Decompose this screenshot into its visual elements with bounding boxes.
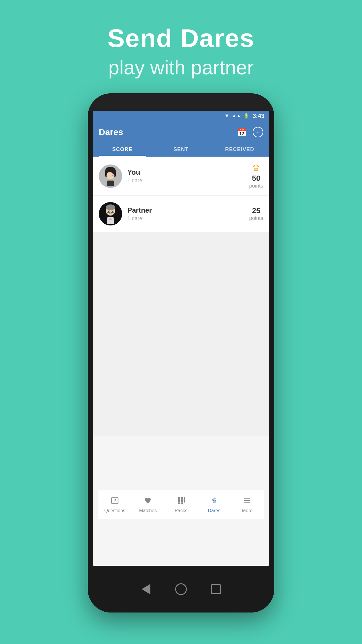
questions-icon: ?: [111, 496, 119, 507]
user-dares-you: 1 dare: [127, 178, 244, 184]
nav-item-packs[interactable]: Packs: [164, 490, 198, 519]
avatar-you: [99, 164, 122, 188]
nav-label-dares: Dares: [208, 508, 220, 513]
phone-device: ▼ ▲▲ 🔋 3:43 Dares 📅 + SCORE SENT RECEIVE…: [88, 93, 274, 612]
nav-item-more[interactable]: More: [231, 490, 264, 519]
page-subtitle: play with partner: [108, 56, 254, 79]
svg-rect-26: [178, 503, 180, 504]
home-button[interactable]: [175, 583, 187, 595]
svg-rect-28: [184, 497, 185, 500]
phone-hardware-nav: [88, 566, 274, 612]
score-points-you: 50: [252, 174, 261, 183]
app-bar-title: Dares: [99, 127, 123, 137]
user-info-partner: Partner 1 dare: [127, 206, 244, 222]
page-title: Send Dares: [108, 23, 254, 53]
nav-label-packs: Packs: [175, 508, 187, 513]
user-name-partner: Partner: [127, 206, 244, 214]
svg-rect-22: [178, 497, 180, 500]
user-info-you: You 1 dare: [127, 168, 244, 184]
more-icon: [243, 496, 251, 507]
user-name-you: You: [127, 168, 244, 176]
phone-screen: ▼ ▲▲ 🔋 3:43 Dares 📅 + SCORE SENT RECEIVE…: [93, 109, 269, 566]
user-dares-partner: 1 dare: [127, 216, 244, 222]
nav-label-matches: Matches: [139, 508, 157, 513]
score-item-you[interactable]: You 1 dare ♛ 50 points: [93, 157, 269, 196]
status-bar: ▼ ▲▲ 🔋 3:43: [93, 109, 269, 122]
packs-icon: [177, 496, 185, 507]
app-bar: Dares 📅 +: [93, 122, 269, 142]
nav-item-questions[interactable]: ? Questions: [98, 490, 131, 519]
svg-rect-29: [184, 500, 185, 503]
status-time: 3:43: [253, 113, 264, 119]
svg-rect-27: [181, 503, 183, 504]
svg-rect-23: [181, 497, 183, 500]
score-list: You 1 dare ♛ 50 points: [93, 157, 269, 232]
svg-rect-25: [181, 500, 183, 503]
tab-score[interactable]: SCORE: [93, 142, 152, 157]
signal-icon: ▲▲: [232, 113, 241, 118]
add-dare-icon[interactable]: +: [253, 127, 263, 137]
nav-label-more: More: [242, 508, 252, 513]
svg-point-13: [106, 204, 115, 210]
matches-icon: [144, 496, 152, 507]
score-content: You 1 dare ♛ 50 points: [93, 157, 269, 436]
svg-point-17: [108, 211, 109, 212]
svg-rect-24: [178, 500, 180, 503]
crown-icon: ♛: [252, 163, 260, 173]
nav-item-matches[interactable]: Matches: [131, 490, 165, 519]
tab-received[interactable]: RECEIVED: [210, 142, 269, 157]
svg-rect-9: [107, 181, 114, 186]
empty-content-area: [93, 232, 269, 436]
bottom-navigation: ? Questions Matches: [98, 490, 264, 519]
svg-point-10: [107, 172, 113, 177]
score-points-partner: 25: [252, 206, 261, 215]
svg-point-18: [112, 211, 113, 212]
score-right-partner: 25 points: [249, 206, 263, 221]
avatar-partner: [99, 202, 122, 225]
dares-icon: ♛: [210, 496, 218, 507]
wifi-icon: ▼: [224, 113, 229, 119]
phone-shell: ▼ ▲▲ 🔋 3:43 Dares 📅 + SCORE SENT RECEIVE…: [88, 93, 274, 612]
battery-icon: 🔋: [243, 113, 249, 119]
app-bar-actions: 📅 +: [237, 127, 263, 137]
score-item-partner[interactable]: Partner 1 dare 25 points: [93, 196, 269, 232]
calendar-icon[interactable]: 📅: [237, 127, 247, 137]
back-button[interactable]: [140, 583, 152, 595]
svg-text:?: ?: [113, 498, 116, 503]
tab-sent[interactable]: SENT: [152, 142, 210, 157]
tabs-bar: SCORE SENT RECEIVED: [93, 142, 269, 157]
nav-label-questions: Questions: [104, 508, 125, 513]
nav-item-dares[interactable]: ♛ Dares: [198, 490, 231, 519]
recents-button[interactable]: [210, 583, 222, 595]
score-label-you: points: [249, 183, 263, 189]
score-label-partner: points: [249, 215, 263, 221]
score-right-you: ♛ 50 points: [249, 163, 263, 189]
svg-text:♛: ♛: [211, 497, 217, 504]
